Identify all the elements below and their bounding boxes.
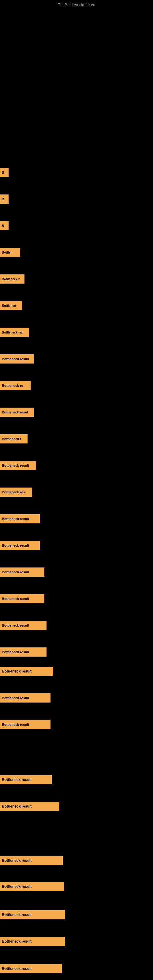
bar-label: Bottleneck result (2, 885, 32, 889)
bar-label: Bottleneck result (2, 967, 32, 971)
bar-item: Bottleneck resul (0, 407, 33, 417)
bar-item: Bottleneck result (0, 856, 63, 865)
bar-label: Bottlen (2, 251, 12, 254)
bar-label: Bottleneck result (2, 517, 29, 520)
bar-label: Bottleneck resul (2, 410, 28, 414)
bar-item: Bottleneck res (0, 328, 29, 337)
bar-label: Bottleneck result (2, 669, 32, 673)
bar-label: B (2, 197, 4, 201)
bar-item: Bottleneck result (0, 910, 65, 920)
bar-label: Bottlenec (2, 304, 16, 307)
bar-item: Bottleneck r (0, 274, 24, 283)
bar-label: Bottleneck result (2, 544, 29, 547)
bar-label: Bottleneck result (2, 939, 32, 943)
bar-item: Bottleneck result (0, 648, 46, 657)
bar-item: Bottlen (0, 248, 20, 257)
bar-item: Bottleneck result (0, 964, 62, 973)
bar-label: Bottleneck result (2, 650, 29, 654)
bar-label: Bottleneck res (2, 490, 25, 494)
bar-item: Bottleneck result (0, 882, 64, 891)
bar-item: Bottleneck result (0, 694, 51, 703)
bar-label: B (2, 224, 4, 228)
bar-label: Bottleneck result (2, 464, 29, 467)
bar-label: Bottleneck r (2, 437, 21, 441)
bar-label: Bottleneck res (2, 331, 23, 334)
bar-item: Bottleneck result (0, 775, 52, 784)
bar-label: B (2, 171, 4, 174)
bar-label: Bottleneck result (2, 570, 29, 574)
bar-label: Bottleneck result (2, 804, 32, 808)
bar-item: Bottleneck result (0, 354, 34, 364)
bar-item: Bottleneck result (0, 594, 45, 603)
bar-item: Bottleneck result (0, 621, 46, 630)
bar-label: Bottleneck result (2, 778, 32, 782)
bar-label: Bottleneck result (2, 858, 32, 863)
bar-label: Bottleneck result (2, 723, 29, 726)
bar-item: Bottleneck res (0, 488, 32, 497)
bar-item: B (0, 221, 9, 230)
bar-label: Bottleneck result (2, 913, 32, 917)
bar-label: Bottleneck r (2, 277, 19, 281)
bar-item: Bottleneck result (0, 720, 51, 729)
bar-item: B (0, 194, 9, 204)
bar-label: Bottleneck result (2, 696, 29, 700)
bar-item: Bottleneck re (0, 381, 30, 390)
bar-item: Bottleneck result (0, 541, 40, 550)
bar-label: Bottleneck result (2, 357, 29, 361)
bar-item: Bottleneck r (0, 434, 27, 444)
bar-item: Bottlenec (0, 301, 22, 310)
bar-item: B (0, 168, 9, 177)
bar-item: Bottleneck result (0, 667, 53, 676)
site-title: TheBottlenecker.com (58, 2, 95, 7)
bar-label: Bottleneck re (2, 384, 23, 387)
bar-item: Bottleneck result (0, 514, 40, 523)
bar-label: Bottleneck result (2, 597, 29, 601)
bar-label: Bottleneck result (2, 624, 29, 627)
bar-item: Bottleneck result (0, 568, 45, 577)
bar-item: Bottleneck result (0, 461, 36, 470)
bar-item: Bottleneck result (0, 937, 65, 946)
bar-item: Bottleneck result (0, 802, 59, 811)
